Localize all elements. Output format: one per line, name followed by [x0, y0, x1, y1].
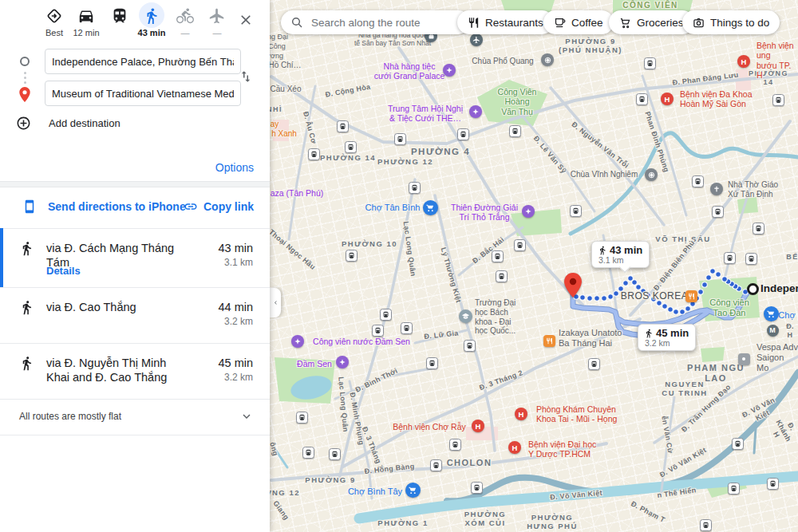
hospital-icon[interactable]: H	[472, 420, 484, 432]
transit-stop-icon[interactable]	[394, 133, 406, 145]
mode-transit[interactable]	[104, 5, 136, 28]
plus-circle-icon	[16, 116, 31, 131]
attr-icon[interactable]	[443, 64, 456, 77]
route-option-1-selected[interactable]: via Đ. Cách Mạng Tháng Tám 43 min 3.1 km…	[0, 228, 270, 288]
transit-stop-icon[interactable]	[308, 148, 320, 160]
route-option-3[interactable]: via Đ. Nguyễn Thị Minh Khai and Đ. Cao T…	[0, 343, 270, 400]
transit-stop-icon[interactable]	[692, 175, 704, 187]
mode-walk-selected[interactable]: 43 min	[136, 5, 168, 37]
destination-pin-icon[interactable]	[564, 273, 582, 298]
temple-icon[interactable]	[645, 168, 658, 181]
add-destination-button[interactable]: Add destination	[16, 116, 120, 131]
restaurant-icon[interactable]	[543, 335, 555, 347]
transit-stop-icon[interactable]	[296, 412, 308, 424]
transit-stop-icon[interactable]	[724, 252, 736, 264]
transit-stop-icon[interactable]	[700, 519, 712, 531]
swap-arrows-icon	[239, 69, 253, 84]
metro-icon[interactable]: M	[767, 325, 779, 337]
walking-icon	[598, 246, 607, 255]
origin-marker[interactable]	[747, 283, 759, 295]
transit-stop-icon[interactable]	[471, 482, 483, 494]
hospital-icon[interactable]: H	[661, 93, 674, 105]
transit-stop-icon[interactable]	[492, 250, 504, 262]
attr-icon[interactable]	[291, 335, 304, 348]
search-along-route-bar[interactable]	[281, 10, 470, 34]
route-distance: 3.2 km	[224, 316, 253, 327]
route-time: 43 min	[218, 242, 253, 254]
route-time-bubble-selected[interactable]: 43 min 3.1 km	[591, 241, 650, 268]
transit-stop-icon[interactable]	[745, 253, 757, 265]
mode-best[interactable]: Best	[38, 5, 70, 37]
chip-groceries[interactable]: Groceries	[609, 10, 694, 34]
transit-stop-icon[interactable]	[712, 206, 724, 218]
travel-mode-bar: Best 12 min 43 min — —	[0, 5, 270, 43]
mode-bike[interactable]: —	[169, 5, 201, 37]
transit-stop-icon[interactable]	[644, 57, 656, 69]
cart-icon[interactable]	[405, 483, 421, 498]
directions-panel: Best 12 min 43 min — —	[0, 0, 270, 532]
transit-stop-icon[interactable]	[636, 93, 648, 105]
send-to-phone-button[interactable]: Send directions to iPhone	[22, 199, 186, 214]
transit-stop-icon[interactable]	[509, 125, 521, 137]
origin-input[interactable]	[45, 49, 241, 74]
transit-stop-icon[interactable]	[409, 182, 421, 194]
transit-stop-icon[interactable]	[337, 120, 349, 132]
transit-stop-icon[interactable]	[728, 483, 740, 495]
attr-icon[interactable]	[522, 205, 535, 218]
search-input[interactable]	[310, 16, 440, 30]
airport-icon[interactable]	[470, 33, 483, 46]
transit-stop-icon[interactable]	[753, 223, 764, 234]
hospital-icon[interactable]: H	[508, 441, 521, 454]
share-row: Send directions to iPhone Copy link	[0, 187, 270, 229]
transit-stop-icon[interactable]	[380, 309, 392, 321]
cart-icon[interactable]	[764, 306, 779, 321]
transit-stop-icon[interactable]	[345, 141, 357, 153]
transit-stop-icon[interactable]	[430, 459, 442, 471]
transit-stop-icon[interactable]	[588, 358, 600, 370]
cart-icon[interactable]	[423, 200, 438, 215]
transit-stop-icon[interactable]	[514, 239, 526, 251]
destination-input[interactable]	[45, 81, 241, 106]
transit-stop-icon[interactable]	[496, 270, 508, 282]
attr-icon[interactable]	[469, 105, 482, 118]
swap-origin-destination-button[interactable]	[236, 67, 255, 86]
hospital-icon[interactable]: H	[737, 55, 750, 68]
transit-stop-icon[interactable]	[426, 357, 438, 369]
vespa-icon[interactable]	[738, 353, 750, 365]
chevron-down-icon[interactable]	[239, 409, 254, 424]
restaurant-icon[interactable]	[685, 290, 697, 302]
attr-icon[interactable]	[336, 356, 349, 368]
school-icon[interactable]	[459, 309, 472, 323]
transit-stop-icon[interactable]	[329, 448, 341, 460]
options-link[interactable]: Options	[215, 161, 254, 174]
transit-stop-icon[interactable]	[346, 250, 358, 262]
chip-coffee[interactable]: Coffee	[543, 10, 614, 34]
transit-stop-icon[interactable]	[772, 94, 784, 106]
chip-things-to-do[interactable]: Things to do	[682, 10, 780, 34]
copy-link-button[interactable]: Copy link	[184, 199, 254, 214]
transit-stop-icon[interactable]	[449, 439, 461, 451]
temple-icon[interactable]	[541, 53, 554, 66]
close-directions-button[interactable]	[235, 10, 256, 30]
route-option-2[interactable]: via Đ. Cao Thắng 44 min 3.2 km	[0, 287, 270, 344]
route-distance: 3.1 km	[224, 257, 253, 268]
transit-stop-icon[interactable]	[732, 438, 744, 450]
transit-stop-icon[interactable]	[372, 325, 384, 337]
church-icon[interactable]	[710, 183, 723, 195]
route-details-link[interactable]: Details	[46, 265, 81, 277]
route-via: via Đ. Cao Thắng	[46, 301, 176, 315]
transit-stop-icon[interactable]	[767, 478, 779, 490]
mode-flight[interactable]: —	[201, 5, 233, 37]
route-time-bubble-alt[interactable]: 45 min 3.2 km	[638, 324, 696, 351]
transit-stop-icon[interactable]	[457, 128, 469, 140]
mode-drive[interactable]: 12 min	[70, 5, 102, 37]
chip-label: Coffee	[571, 17, 603, 29]
transit-stop-icon[interactable]	[464, 340, 476, 352]
chip-restaurants[interactable]: Restaurants	[457, 10, 554, 34]
transit-stop-icon[interactable]	[570, 205, 582, 217]
collapse-panel-button[interactable]	[270, 288, 281, 317]
transit-stop-icon[interactable]	[401, 322, 413, 334]
transit-stop-icon[interactable]	[302, 447, 314, 459]
hospital-icon[interactable]: H	[515, 408, 527, 420]
chip-label: Restaurants	[485, 17, 543, 29]
